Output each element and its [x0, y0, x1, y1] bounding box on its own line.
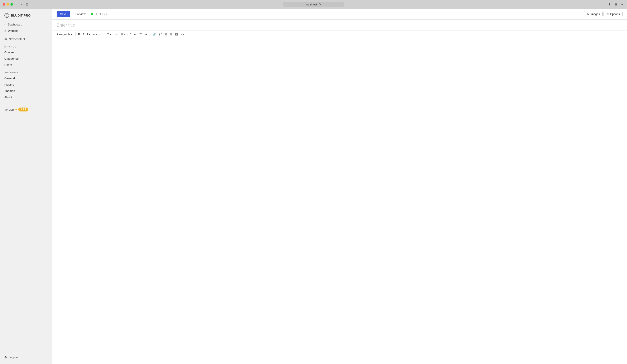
sidebar-logo: BLUDIT PRO — [0, 12, 52, 21]
link-button[interactable]: 🔗 — [151, 32, 157, 37]
align-left-icon: ⇤ — [134, 33, 137, 36]
add-tab-button[interactable]: + — [620, 2, 625, 6]
sidebar-item-website[interactable]: ⌂ Website — [0, 28, 52, 34]
logout-label: Log out — [9, 356, 18, 359]
categories-label: Categories — [4, 57, 18, 60]
new-tab-button[interactable]: ⊞ — [614, 2, 619, 6]
about-label: About — [4, 96, 12, 99]
paragraph-select[interactable]: Paragraph ▾ — [55, 32, 74, 37]
dashboard-icon: ○ — [4, 23, 6, 26]
text-style-group: B I A ▾ ✏ ▾ I — [77, 32, 103, 37]
publish-badge[interactable]: PUBLISH — [91, 12, 107, 16]
titlebar-center: localhost ⟳ — [283, 2, 344, 7]
general-label: General — [4, 77, 15, 80]
share-button[interactable]: ⬆ — [607, 2, 612, 6]
highlight-button[interactable]: ✏ ▾ — [92, 32, 99, 37]
settings-section-label: SETTINGS — [0, 68, 52, 75]
align-group: " ⇤ ☰ ⇥ — [129, 32, 149, 37]
sidebar-item-about[interactable]: About — [0, 94, 52, 100]
special-char-button[interactable]: ⊞ — [163, 32, 168, 37]
preview-button[interactable]: Preview — [72, 11, 89, 17]
sidebar-item-general[interactable]: General — [0, 75, 52, 81]
themes-label: Themes — [4, 89, 15, 93]
sidebar-item-new-content[interactable]: ⊕ New content — [0, 36, 52, 42]
dashboard-label: Dashboard — [8, 23, 22, 26]
hr-button[interactable]: ⊟ — [168, 32, 173, 37]
save-button[interactable]: Save — [57, 11, 70, 17]
options-label: Options — [610, 12, 620, 16]
align-right-button[interactable]: ⇥ — [144, 32, 149, 37]
logo-icon — [4, 13, 9, 18]
options-button[interactable]: ⚙ Options — [604, 11, 623, 17]
maximize-button[interactable] — [10, 3, 13, 6]
text-color-icon: A — [87, 33, 89, 36]
editor-topbar-left: Save Preview PUBLISH — [57, 11, 107, 17]
sidebar-item-plugins[interactable]: Plugins — [0, 81, 52, 88]
paragraph-chevron: ▾ — [71, 33, 72, 36]
bold-icon: B — [78, 33, 80, 36]
close-button[interactable] — [2, 3, 5, 6]
align-right-icon: ⇥ — [145, 33, 147, 36]
images-button[interactable]: 🖼 Images — [584, 11, 603, 17]
editor-body[interactable] — [52, 38, 627, 364]
table-chevron: ▾ — [123, 33, 125, 36]
sidebar-item-themes[interactable]: Themes — [0, 88, 52, 94]
italic-button[interactable]: I — [82, 32, 85, 37]
unlink-icon: ⛓ — [159, 33, 162, 36]
sidebar-item-dashboard[interactable]: ○ Dashboard — [0, 21, 52, 28]
images-icon: 🖼 — [587, 12, 590, 16]
url-text: localhost — [306, 3, 317, 6]
divider-4 — [150, 32, 150, 36]
quote-button[interactable]: " — [129, 32, 133, 37]
italic-icon: I — [83, 33, 84, 36]
sidebar-item-content[interactable]: Content — [0, 49, 52, 55]
bullet-list-button[interactable]: ☰ ▾ — [105, 32, 112, 37]
editor-topbar-right: 🖼 Images ⚙ Options — [584, 11, 623, 17]
back-button[interactable]: ‹ — [16, 2, 19, 7]
svg-point-0 — [4, 13, 9, 18]
align-left-button[interactable]: ⇤ — [133, 32, 138, 37]
special-char-icon: ⊞ — [165, 33, 167, 36]
heart-icon: ♥ — [15, 108, 17, 111]
url-bar[interactable]: localhost ⟳ — [283, 2, 344, 7]
editor-topbar: Save Preview PUBLISH 🖼 Images ⚙ Options — [52, 9, 627, 20]
forward-button[interactable]: › — [20, 2, 23, 7]
window-layout-button[interactable]: ⊡ — [25, 2, 30, 6]
website-icon: ⌂ — [4, 29, 6, 32]
table-button[interactable]: ⊞ ▾ — [119, 32, 126, 37]
minimize-button[interactable] — [6, 3, 9, 6]
numbered-list-chevron: ▾ — [116, 33, 118, 36]
titlebar: ‹ › ⊡ localhost ⟳ ⬆ ⊞ + — [0, 0, 627, 9]
sidebar-item-logout[interactable]: ⊙ Log out — [0, 354, 52, 361]
link-icon: 🔗 — [153, 33, 156, 36]
sidebar-item-categories[interactable]: Categories — [0, 55, 52, 62]
nav-arrows: ‹ › — [16, 2, 23, 7]
bold-button[interactable]: B — [77, 32, 81, 37]
publish-dot — [91, 13, 93, 15]
align-center-button[interactable]: ☰ — [138, 32, 143, 37]
editor-title-area — [52, 20, 627, 30]
content-area: Save Preview PUBLISH 🖼 Images ⚙ Options — [52, 9, 627, 364]
new-content-icon: ⊕ — [4, 37, 7, 41]
quote-icon: " — [130, 33, 131, 36]
version-row: Version ♥ 3.9.1 — [0, 106, 52, 113]
divider-3 — [128, 32, 128, 36]
link-group: 🔗 ⛓ ⊞ ⊟ 🖼 <> — [151, 32, 185, 37]
reload-button[interactable]: ⟳ — [319, 2, 321, 6]
highlight-icon: ✏ — [93, 33, 96, 36]
image-button[interactable]: 🖼 — [174, 32, 179, 37]
hr-icon: ⊟ — [170, 33, 172, 36]
sidebar-divider — [4, 103, 48, 103]
clear-format-button[interactable]: I — [99, 32, 103, 37]
highlight-chevron: ▾ — [96, 33, 98, 36]
website-label: Website — [8, 29, 18, 32]
title-input[interactable] — [57, 23, 623, 28]
text-color-button[interactable]: A ▾ — [85, 32, 92, 37]
numbered-list-button[interactable]: ≡ ▾ — [113, 32, 119, 37]
sidebar-item-users[interactable]: Users — [0, 62, 52, 68]
titlebar-left: ‹ › ⊡ — [2, 2, 30, 7]
text-color-chevron: ▾ — [89, 33, 90, 36]
unlink-button[interactable]: ⛓ — [158, 32, 163, 37]
table-icon: ⊞ — [121, 33, 123, 36]
source-button[interactable]: <> — [179, 32, 185, 37]
